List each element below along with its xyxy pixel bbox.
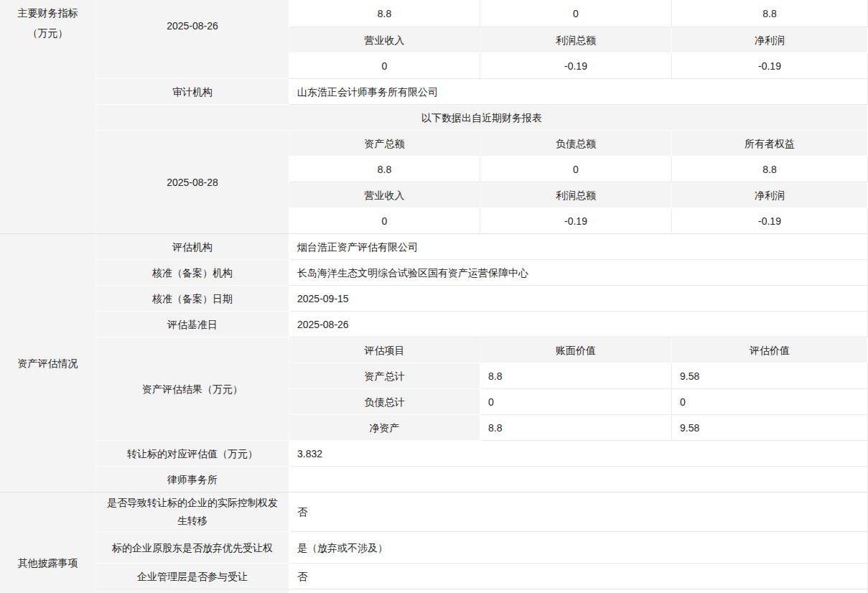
metric-value: -0.19 [672,208,868,234]
row-label-management-participation: 企业管理层是否参与受让 [96,564,289,589]
disclosure-table: 主要财务指标 （万元） 资产评估情况 其他披露事项 2025-08-26 8.8… [0,0,868,593]
row-label-base-date: 评估基准日 [96,312,289,337]
metric-value: -0.19 [672,53,868,79]
metric-value: 8.8 [672,157,868,182]
result-item-book: 8.8 [480,363,672,389]
row-value-assessment-agency: 烟台浩正资产评估有限公司 [289,234,868,260]
result-item-book: 8.8 [480,415,672,441]
metric-header: 资产总额 [289,131,480,157]
metric-value: 8.8 [289,157,480,182]
result-item-name: 负债总计 [289,389,480,415]
row-label-transfer-assessed-value: 转让标的对应评估值（万元） [96,441,289,467]
row-value-audit-agency: 山东浩正会计师事务所有限公司 [289,79,868,105]
metric-value: 8.8 [672,0,868,27]
result-item-assessed: 9.58 [672,415,868,441]
row-label-assessment-agency: 评估机构 [96,234,289,260]
result-item-assessed: 0 [672,389,868,415]
result-header-assessed-value: 评估价值 [672,337,868,363]
row-label-law-firm: 律师事务所 [96,467,289,492]
row-label-approval-org: 核准（备案）机构 [96,260,289,286]
metric-header: 利润总额 [480,182,672,208]
clipped-row-value [289,589,868,593]
row-value-approval-org: 长岛海洋生态文明综合试验区国有资产运营保障中心 [289,260,868,286]
category-other-disclosures: 其他披露事项 [0,492,96,593]
row-label-control-transfer: 是否导致转让标的企业的实际控制权发生转移 [96,492,289,532]
metric-header: 净利润 [672,182,868,208]
clipped-row-label [96,589,289,593]
metric-value: 0 [480,0,672,27]
row-value-base-date: 2025-08-26 [289,312,868,337]
row-value-management-participation: 否 [289,564,868,589]
result-item-name: 资产总计 [289,363,480,389]
metric-value: 0 [289,53,480,79]
row-label-approval-date: 核准（备案）日期 [96,286,289,312]
metric-header: 所有者权益 [672,131,868,157]
result-item-name: 净资产 [289,415,480,441]
row-value-preemptive-right: 是（放弃或不涉及） [289,532,868,564]
category-asset-assessment: 资产评估情况 [0,234,96,492]
metric-header: 净利润 [672,27,868,53]
row-value-control-transfer: 否 [289,492,868,532]
result-item-assessed: 9.58 [672,363,868,389]
result-header-book-value: 账面价值 [480,337,672,363]
row-value-transfer-assessed-value: 3.832 [289,441,868,467]
metric-header: 利润总额 [480,27,672,53]
metric-value: -0.19 [480,208,672,234]
metric-header: 负债总额 [480,131,672,157]
metric-header: 营业收入 [289,27,480,53]
category-financial-indicators: 主要财务指标 （万元） [0,0,96,234]
recent-statements-note: 以下数据出自近期财务报表 [96,105,868,131]
metric-value: 0 [480,157,672,182]
row-label-assessment-result: 资产评估结果（万元） [96,337,289,441]
metric-value: 8.8 [289,0,480,27]
metric-value: 0 [289,208,480,234]
metric-value: -0.19 [480,53,672,79]
report-date-cell: 2025-08-26 [96,0,289,79]
row-label-audit-agency: 审计机构 [96,79,289,105]
category-financial-indicators-text: 主要财务指标 （万元） [0,3,95,43]
result-header-item: 评估项目 [289,337,480,363]
row-value-law-firm [289,467,868,492]
report-date-cell: 2025-08-28 [96,131,289,234]
metric-header: 营业收入 [289,182,480,208]
row-value-approval-date: 2025-09-15 [289,286,868,312]
result-item-book: 0 [480,389,672,415]
row-label-preemptive-right: 标的企业原股东是否放弃优先受让权 [96,532,289,564]
